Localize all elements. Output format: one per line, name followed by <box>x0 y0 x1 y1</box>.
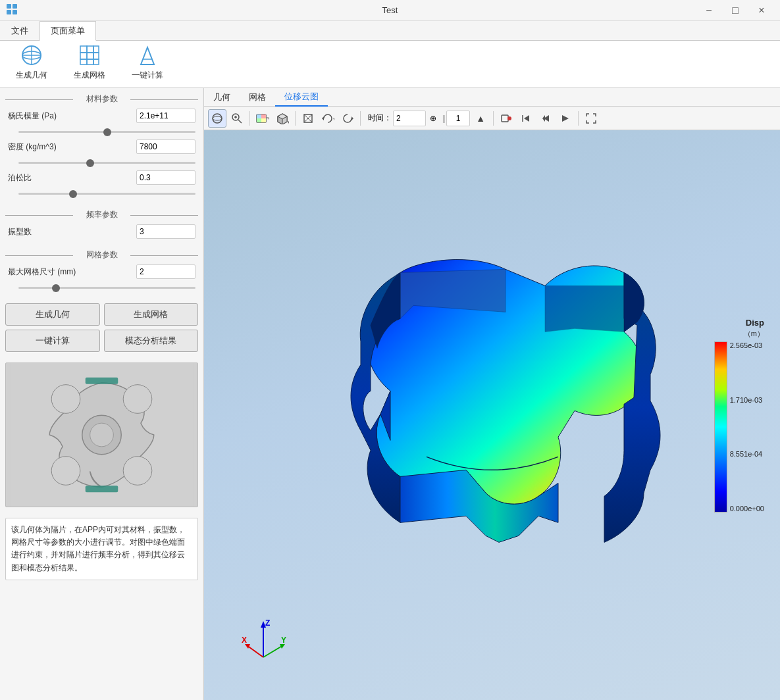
mode-count-row: 振型数 <box>5 224 198 239</box>
maximize-button[interactable]: □ <box>722 0 748 21</box>
poisson-row: 泊松比 <box>5 170 198 185</box>
cube-button[interactable]: ▼ <box>273 109 292 128</box>
frame-label: | <box>443 114 445 123</box>
max-mesh-slider[interactable] <box>18 287 195 289</box>
youngs-modulus-slider[interactable] <box>18 131 195 133</box>
viewport-canvas[interactable]: Z Y X Disp （m） 2.565e-03 <box>204 130 780 700</box>
svg-marker-50 <box>351 116 353 120</box>
ribbon-gen-mesh[interactable]: 生成网格 <box>68 41 111 84</box>
gen-mesh-button[interactable]: 生成网格 <box>104 303 199 326</box>
first-frame-button[interactable] <box>517 109 535 128</box>
svg-text:Y: Y <box>281 636 286 645</box>
svg-rect-37 <box>257 118 261 122</box>
window-title: Test <box>382 5 398 15</box>
one-calc-button[interactable]: 一键计算 <box>5 330 100 352</box>
coord-axes: Z Y X <box>240 618 286 664</box>
zoom-button[interactable] <box>228 109 246 128</box>
svg-rect-3 <box>13 10 17 14</box>
right-panel: 几何 网格 位移云图 ▼ <box>204 88 780 700</box>
svg-rect-36 <box>261 114 266 118</box>
legend-labels: 2.565e-03 1.710e-03 8.551e-04 0.000e+00 <box>727 341 764 512</box>
frame-up-button[interactable]: ▲ <box>471 109 490 128</box>
svg-line-31 <box>238 120 242 123</box>
svg-marker-54 <box>524 115 529 122</box>
density-label: 密度 (kg/m^3) <box>8 141 136 153</box>
color-legend: Disp （m） 2.565e-03 1.710e-03 8.551e-04 0… <box>714 318 764 512</box>
svg-rect-12 <box>87 53 93 59</box>
viewport-tabs: 几何 网格 位移云图 <box>204 88 780 107</box>
svg-rect-13 <box>93 53 99 59</box>
svg-point-28 <box>213 114 222 123</box>
gen-geo-button[interactable]: 生成几何 <box>5 303 100 326</box>
ribbon: 生成几何 生成网格 一键计算 <box>0 41 780 88</box>
svg-marker-48 <box>322 116 324 120</box>
play-button[interactable] <box>556 109 575 128</box>
svg-rect-11 <box>80 53 87 59</box>
youngs-modulus-label: 杨氏模量 (Pa) <box>8 111 136 122</box>
prev-frame-button[interactable] <box>536 109 555 128</box>
youngs-modulus-input[interactable] <box>136 109 195 123</box>
poisson-input[interactable] <box>136 170 195 185</box>
modal-result-button[interactable]: 模态分析结果 <box>104 330 199 352</box>
ribbon-one-calc-label: 一键计算 <box>132 70 163 81</box>
poisson-slider[interactable] <box>18 193 195 195</box>
paint-button[interactable]: ▼ <box>253 109 272 128</box>
thumbnail-area <box>5 362 198 507</box>
density-slider[interactable] <box>18 162 195 164</box>
left-panel: 材料参数 杨氏模量 (Pa) 密度 (kg/m^3) 泊松比 <box>0 88 204 700</box>
material-section: 材料参数 杨氏模量 (Pa) 密度 (kg/m^3) 泊松比 <box>5 93 198 201</box>
titlebar: Test − □ × <box>0 0 780 21</box>
svg-rect-0 <box>7 4 11 9</box>
poisson-label: 泊松比 <box>8 172 136 184</box>
geometry-icon <box>20 43 43 67</box>
rotate-button[interactable]: ▼ <box>319 109 337 128</box>
svg-text:▼: ▼ <box>267 116 269 120</box>
svg-line-64 <box>247 645 263 657</box>
time-step-icon: ⊕ <box>430 114 436 123</box>
reset-button[interactable] <box>338 109 357 128</box>
svg-rect-16 <box>93 59 99 64</box>
svg-rect-1 <box>13 4 17 9</box>
svg-rect-10 <box>93 46 99 53</box>
legend-label-min: 0.000e+00 <box>730 505 764 512</box>
description-text: 该几何体为隔片，在APP内可对其材料，振型数，网格尺寸等参数的大小进行调节。对图… <box>5 518 198 580</box>
svg-point-29 <box>213 116 222 120</box>
tab-page[interactable]: 页面菜单 <box>39 21 96 41</box>
ribbon-gen-geo[interactable]: 生成几何 <box>11 41 53 84</box>
legend-unit: （m） <box>744 329 764 339</box>
frequency-section-title: 频率参数 <box>5 209 198 220</box>
svg-rect-8 <box>80 46 87 53</box>
titlebar-controls: − □ × <box>696 0 775 21</box>
app-icon <box>5 3 18 18</box>
mode-count-label: 振型数 <box>8 226 136 238</box>
time-input[interactable] <box>393 111 426 126</box>
ribbon-one-calc[interactable]: 一键计算 <box>126 41 169 84</box>
density-row: 密度 (kg/m^3) <box>5 139 198 154</box>
tab-geo[interactable]: 几何 <box>204 88 240 107</box>
mesh-section-title: 网格参数 <box>5 249 198 261</box>
tab-disp[interactable]: 位移云图 <box>275 88 328 107</box>
tab-mesh[interactable]: 网格 <box>240 88 275 107</box>
close-button[interactable]: × <box>748 0 775 21</box>
record-button[interactable] <box>497 109 515 128</box>
legend-label-mid-high: 1.710e-03 <box>730 396 764 404</box>
svg-text:Z: Z <box>265 618 270 628</box>
svg-rect-14 <box>80 59 87 64</box>
fit-button[interactable] <box>299 109 317 128</box>
svg-rect-24 <box>86 378 118 384</box>
mode-count-input[interactable] <box>136 224 195 239</box>
perspective-button[interactable] <box>208 109 226 128</box>
calc-icon <box>136 43 159 67</box>
density-input[interactable] <box>136 139 195 154</box>
svg-marker-57 <box>562 115 569 122</box>
frame-input[interactable] <box>446 111 470 126</box>
svg-point-23 <box>51 385 80 414</box>
max-mesh-input[interactable] <box>136 264 195 279</box>
svg-rect-38 <box>261 118 266 122</box>
fullscreen-button[interactable] <box>582 109 600 128</box>
time-label: 时间： <box>368 113 392 124</box>
ribbon-gen-geo-label: 生成几何 <box>16 70 47 81</box>
tab-file[interactable]: 文件 <box>0 21 39 41</box>
minimize-button[interactable]: − <box>696 0 722 21</box>
menu-tabs: 文件 页面菜单 <box>0 21 780 41</box>
